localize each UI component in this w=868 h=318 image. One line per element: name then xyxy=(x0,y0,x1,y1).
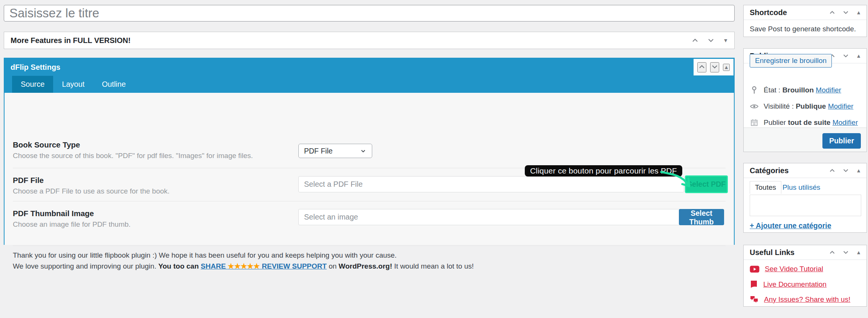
visibility-label: Visibilité : xyxy=(764,102,796,110)
toggle-panel-button[interactable]: ▲ xyxy=(856,53,861,58)
chevron-down-icon xyxy=(711,63,718,71)
pdf-thumbnail-description: Choose an image file for PDF thumb. xyxy=(13,220,131,229)
chevron-down-icon xyxy=(707,37,715,44)
toggle-panel-button[interactable]: ▲ xyxy=(723,64,730,71)
video-tutorial-row: See Video Tutorial xyxy=(750,265,823,273)
post-schedule-row: Publier tout de suite Modifier xyxy=(750,118,858,127)
edit-schedule-link[interactable]: Modifier xyxy=(833,118,858,126)
tab-most-used-categories[interactable]: Plus utilisés xyxy=(782,183,820,192)
useful-links-title: Useful Links xyxy=(744,248,795,257)
book-source-type-label: Book Source Type xyxy=(13,140,80,149)
documentation-link[interactable]: Live Documentation xyxy=(763,280,827,289)
select-thumb-button[interactable]: Select Thumb xyxy=(679,209,724,225)
chevron-up-icon xyxy=(691,37,699,44)
move-down-button[interactable] xyxy=(842,9,849,16)
book-source-type-description: Choose the source of this book. "PDF" fo… xyxy=(13,152,253,160)
dflip-settings-metabox: dFlip Settings ▲ Source Layout Outline B… xyxy=(4,58,735,245)
post-status-row: État : Brouillon Modifier xyxy=(750,86,841,95)
review-support-link[interactable]: SHARE ★★★★★ REVIEW SUPPORT xyxy=(201,262,327,270)
pushpin-icon xyxy=(750,86,759,95)
annotation-arrow-icon xyxy=(659,169,700,192)
schedule-value: tout de suite xyxy=(788,118,830,126)
chevron-up-icon xyxy=(829,9,836,16)
add-category-link[interactable]: + Ajouter une catégorie xyxy=(750,221,831,230)
issues-row: Any Issues? Share with us! xyxy=(750,295,850,304)
post-visibility-row: Visibilité : Publique Modifier xyxy=(750,102,853,111)
more-features-header[interactable]: More Features in FULL VERSION! ▼ xyxy=(4,32,734,49)
move-up-button[interactable] xyxy=(691,37,699,44)
move-down-button[interactable] xyxy=(707,37,715,44)
pdf-file-description: Choose a PDF File to use as source for t… xyxy=(13,187,170,195)
edit-status-link[interactable]: Modifier xyxy=(816,86,841,94)
move-up-button[interactable] xyxy=(829,9,836,16)
thanks-text: We love supporting and improving our plu… xyxy=(13,262,158,270)
schedule-label: Publier xyxy=(764,118,788,126)
dflip-tab-bar: Source Layout Outline xyxy=(5,76,734,93)
categories-header[interactable]: Catégories ▲ xyxy=(744,163,866,178)
row-divider xyxy=(13,201,726,201)
shortcode-body: Save Post to generate shortcode. xyxy=(744,20,866,38)
pdf-thumbnail-input[interactable] xyxy=(298,209,682,225)
edit-visibility-link[interactable]: Modifier xyxy=(828,102,854,110)
thanks-text: on xyxy=(327,262,339,270)
move-down-button[interactable] xyxy=(710,62,719,72)
tab-outline[interactable]: Outline xyxy=(93,76,134,93)
dflip-settings-header: dFlip Settings ▲ xyxy=(5,58,734,76)
review-text: REVIEW SUPPORT xyxy=(260,262,327,270)
more-features-metabox: More Features in FULL VERSION! ▼ xyxy=(4,32,735,49)
chevron-down-icon xyxy=(842,52,849,59)
issues-link[interactable]: Any Issues? Share with us! xyxy=(764,295,850,304)
move-down-button[interactable] xyxy=(842,167,849,174)
status-label: État : xyxy=(764,86,782,94)
publish-metabox: Publier ▲ Enregistrer le brouillon xyxy=(743,48,867,152)
chat-bubbles-icon xyxy=(750,295,759,304)
save-draft-button[interactable]: Enregistrer le brouillon xyxy=(750,54,832,68)
triangle-up-icon: ▲ xyxy=(856,53,861,58)
triangle-up-icon: ▲ xyxy=(856,168,861,173)
toggle-panel-button[interactable]: ▼ xyxy=(723,38,728,43)
shortcode-metabox: Shortcode ▲ Save Post to generate shortc… xyxy=(743,5,867,37)
post-title-input[interactable] xyxy=(4,5,735,22)
visibility-value: Publique xyxy=(796,102,826,110)
triangle-up-icon: ▲ xyxy=(724,64,729,70)
categories-list[interactable] xyxy=(750,195,861,216)
categories-metabox: Catégories ▲ Toutes Plus utilisés xyxy=(743,163,867,233)
book-source-type-value: PDF File xyxy=(304,147,333,155)
chevron-down-icon xyxy=(842,9,849,16)
pdf-file-input[interactable] xyxy=(298,176,684,192)
move-up-button[interactable] xyxy=(697,62,706,72)
share-text: SHARE xyxy=(201,262,228,270)
move-up-button[interactable] xyxy=(829,249,836,256)
publish-button[interactable]: Publier xyxy=(822,133,861,149)
chevron-up-icon xyxy=(698,63,706,71)
useful-links-metabox: Useful Links ▲ xyxy=(743,245,867,307)
useful-links-header[interactable]: Useful Links ▲ xyxy=(744,245,866,260)
video-tutorial-link[interactable]: See Video Tutorial xyxy=(765,265,823,273)
documentation-row: Live Documentation xyxy=(750,280,827,289)
wordpress-org-text: WordPress.org! xyxy=(339,262,392,270)
pdf-file-label: PDF File xyxy=(13,176,44,185)
toggle-panel-button[interactable]: ▲ xyxy=(856,168,861,173)
move-down-button[interactable] xyxy=(842,52,849,59)
tab-layout[interactable]: Layout xyxy=(53,76,93,93)
thanks-line-1: Thank you for using our little flipbook … xyxy=(13,251,397,260)
book-source-type-select[interactable]: PDF File xyxy=(298,144,372,158)
triangle-up-icon: ▲ xyxy=(856,250,861,255)
thanks-text: It would mean a lot to us! xyxy=(392,262,474,270)
toggle-panel-button[interactable]: ▲ xyxy=(856,250,861,255)
tab-all-categories[interactable]: Toutes xyxy=(750,181,781,194)
wordpress-post-editor: More Features in FULL VERSION! ▼ dFlip S… xyxy=(0,0,868,318)
shortcode-header[interactable]: Shortcode ▲ xyxy=(744,5,866,20)
eye-icon xyxy=(750,102,759,111)
chevron-down-icon xyxy=(360,147,367,154)
chevron-up-icon xyxy=(829,167,836,174)
dflip-settings-title: dFlip Settings xyxy=(5,63,60,72)
move-up-button[interactable] xyxy=(829,167,836,174)
move-down-button[interactable] xyxy=(842,249,849,256)
pdf-thumbnail-label: PDF Thumbnail Image xyxy=(13,209,94,218)
toggle-panel-button[interactable]: ▲ xyxy=(856,10,861,15)
five-stars-icon: ★★★★★ xyxy=(228,262,260,270)
triangle-up-icon: ▲ xyxy=(856,10,861,15)
tab-source[interactable]: Source xyxy=(12,76,53,93)
chevron-up-icon xyxy=(829,249,836,256)
